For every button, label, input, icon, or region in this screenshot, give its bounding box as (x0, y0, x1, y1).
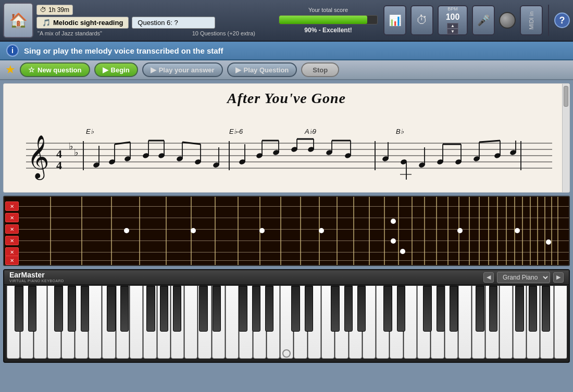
star-button[interactable]: ★ (5, 63, 16, 77)
white-key[interactable] (89, 286, 102, 359)
right-controls: 📊 ⏱ BPM 100 ▲ ▼ 🎤 MIDI in ? (383, 5, 570, 36)
black-key[interactable] (344, 286, 353, 332)
score-title: Your total score (308, 7, 348, 13)
sheet-area: After You've Gone 𝄞 4 4 ♭ ♭ E♭ E♭-6 A♭9 … (3, 83, 570, 193)
earmaster-logo: EarMaster VIRTUAL PIANO KEYBOARD (9, 271, 64, 283)
black-key[interactable] (305, 286, 313, 332)
white-key[interactable] (130, 286, 143, 359)
bpm-label: BPM (447, 6, 458, 11)
play-answer-icon: ▶ (151, 66, 156, 74)
bpm-arrows: ▲ ▼ (447, 23, 458, 34)
white-key[interactable] (404, 286, 417, 359)
fret-dot (400, 249, 405, 254)
midi-control[interactable]: MIDI in (520, 5, 543, 35)
string-label-3: ✕ (5, 224, 19, 234)
black-key[interactable] (397, 286, 405, 332)
string-label-4: ✕ (5, 236, 19, 245)
black-key[interactable] (146, 286, 155, 332)
play-question-icon: ▶ (235, 66, 241, 74)
svg-text:𝄞: 𝄞 (27, 135, 49, 180)
black-key[interactable] (476, 286, 484, 332)
black-key[interactable] (15, 286, 23, 332)
black-key[interactable] (199, 286, 207, 332)
chart-icon: 📊 (389, 14, 402, 27)
string-row-6: ✕ (4, 255, 569, 265)
svg-line-24 (115, 142, 130, 144)
note-icon: 🎵 (42, 19, 51, 27)
black-key[interactable] (120, 286, 129, 332)
piano-next-button[interactable]: ▶ (553, 272, 564, 283)
string-row-3: ✕ (4, 224, 569, 234)
svg-text:B♭: B♭ (396, 128, 404, 135)
black-key[interactable] (28, 286, 36, 332)
bpm-down-button[interactable]: ▼ (447, 29, 458, 34)
clock-icon: ⏱ (40, 6, 46, 14)
string-line-4 (19, 241, 569, 241)
white-key[interactable] (184, 286, 197, 359)
subtitle-row: "A mix of Jazz standards" 10 Questions (… (36, 30, 255, 36)
black-key[interactable] (542, 286, 550, 332)
black-key[interactable] (437, 286, 445, 332)
black-key[interactable] (173, 286, 181, 332)
separator (548, 5, 549, 36)
exercise-label: 🎵 Melodic sight-reading (36, 17, 129, 29)
black-key[interactable] (265, 286, 273, 332)
bpm-up-button[interactable]: ▲ (447, 23, 458, 29)
question-label: Question 6: ? (132, 17, 215, 29)
black-key[interactable] (450, 286, 458, 332)
black-key[interactable] (423, 286, 431, 332)
black-key[interactable] (81, 286, 89, 332)
new-question-button[interactable]: ☆ New question (20, 62, 90, 77)
black-key[interactable] (291, 286, 300, 332)
help-button[interactable]: ? (554, 12, 570, 28)
white-key[interactable] (458, 286, 471, 359)
black-key[interactable] (515, 286, 524, 332)
string-line-1 (19, 206, 569, 207)
piano-prev-button[interactable]: ◀ (483, 272, 494, 283)
begin-icon: ▶ (103, 66, 108, 74)
piano-keys-container: (function() { const container = document… (6, 286, 567, 363)
stats-button[interactable]: 📊 (383, 5, 406, 35)
svg-text:♭: ♭ (74, 147, 78, 158)
white-key[interactable] (500, 286, 513, 359)
black-key[interactable] (252, 286, 260, 332)
black-key[interactable] (239, 286, 247, 332)
sheet-title: After You've Gone (4, 90, 569, 107)
string-label-2: ✕ (5, 213, 19, 222)
timer-value: 1h 39m (48, 6, 69, 14)
black-key[interactable] (68, 286, 76, 332)
svg-text:A♭9: A♭9 (304, 128, 316, 135)
score-text: 90% - Excellent! (304, 27, 352, 34)
black-key[interactable] (107, 286, 115, 332)
svg-text:♭: ♭ (69, 141, 73, 151)
play-question-button[interactable]: ▶ Play Question (227, 62, 297, 77)
microphone-button[interactable]: 🎤 (472, 5, 495, 35)
fret-dot (546, 239, 551, 245)
black-key[interactable] (357, 286, 366, 332)
string-line-2 (19, 218, 569, 218)
volume-knob[interactable] (499, 12, 516, 29)
fretboard-area: ✕ ✕ ✕ ✕ ✕ ✕ (3, 196, 570, 266)
piano-sound-select[interactable]: Grand Piano (497, 272, 550, 283)
black-key[interactable] (489, 286, 497, 332)
black-key[interactable] (54, 286, 63, 332)
scroll-thumb[interactable] (564, 86, 568, 107)
fret-dot (191, 228, 196, 233)
black-key[interactable] (383, 286, 392, 332)
exercise-name: Melodic sight-reading (53, 19, 123, 27)
black-key[interactable] (160, 286, 168, 332)
scrollbar[interactable] (562, 84, 569, 192)
score-bar (279, 15, 378, 24)
white-key[interactable] (226, 286, 239, 359)
string-row-4: ✕ (4, 235, 569, 246)
fret-dot (124, 228, 129, 233)
begin-button[interactable]: ▶ Begin (94, 62, 138, 77)
black-key[interactable] (331, 286, 339, 332)
black-key[interactable] (213, 286, 221, 332)
white-key[interactable] (554, 286, 567, 359)
stop-button[interactable]: Stop (301, 62, 339, 77)
play-answer-button[interactable]: ▶ Play your answer (142, 62, 223, 77)
string-row-1: ✕ (4, 201, 569, 211)
black-key[interactable] (529, 286, 537, 332)
home-button[interactable]: 🏠 (3, 3, 33, 38)
